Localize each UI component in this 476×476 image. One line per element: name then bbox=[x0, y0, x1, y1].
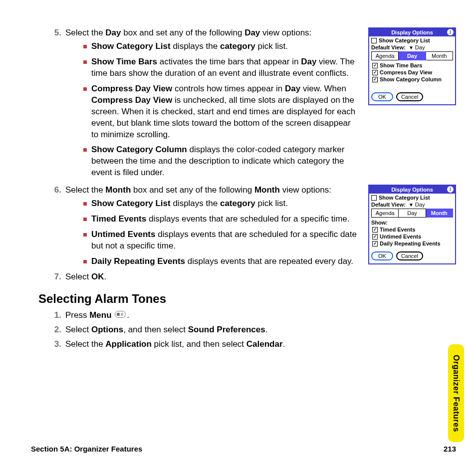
bullet-m-untimed-events: Untimed Events displays events that are … bbox=[83, 229, 359, 252]
step-6: 6. Select the Month box and set any of t… bbox=[47, 185, 359, 267]
display-options-month-dialog: Display Options i Show Category List Def… bbox=[368, 185, 456, 264]
heading-selecting-alarm-tones: Selecting Alarm Tones bbox=[38, 292, 456, 306]
show-category-list-checkbox[interactable] bbox=[371, 195, 377, 201]
bullet-show-category-list: Show Category List displays the category… bbox=[83, 41, 359, 52]
tab-day[interactable]: Day bbox=[399, 51, 426, 60]
cancel-button[interactable]: Cancel bbox=[396, 251, 423, 260]
section-side-tab: Organizer Features bbox=[448, 344, 464, 442]
bullet-compress-day-view: Compress Day View controls how times app… bbox=[83, 83, 359, 141]
bullet-show-category-column: Show Category Column displays the color-… bbox=[83, 144, 359, 179]
tab-month[interactable]: Month bbox=[426, 51, 453, 60]
check-daily-repeating-events[interactable]: ✓ bbox=[372, 241, 378, 246]
cancel-button[interactable]: Cancel bbox=[396, 92, 423, 101]
bullet-show-time-bars: Show Time Bars activates the time bars t… bbox=[83, 56, 359, 79]
step-7-number: 7. bbox=[47, 271, 61, 283]
step-5-number: 5. bbox=[47, 27, 61, 39]
show-label: Show: bbox=[371, 220, 453, 226]
tab-month[interactable]: Month bbox=[426, 209, 453, 218]
info-icon[interactable]: i bbox=[447, 29, 454, 35]
check-compress-day-view[interactable]: ✓ bbox=[372, 70, 378, 75]
check-untimed-events[interactable]: ✓ bbox=[372, 234, 378, 239]
menu-icon bbox=[115, 310, 126, 321]
alarm-step-1: 1. Press Menu . bbox=[47, 310, 456, 321]
tab-agenda[interactable]: Agenda bbox=[371, 209, 399, 218]
step-7: 7. Select OK. bbox=[47, 271, 456, 283]
bullet-m-show-category-list: Show Category List displays the category… bbox=[83, 198, 359, 210]
step-5-text: Select the Day box and set any of the fo… bbox=[65, 28, 311, 37]
ok-button[interactable]: OK bbox=[371, 92, 393, 101]
ok-button[interactable]: OK bbox=[371, 251, 393, 260]
bullet-m-daily-repeating: Daily Repeating Events displays events t… bbox=[83, 256, 359, 267]
bullet-m-timed-events: Timed Events displays events that are sc… bbox=[83, 214, 359, 225]
show-category-list-label: Show Category List bbox=[379, 37, 430, 43]
display-options-day-dialog: Display Options i Show Category List Def… bbox=[368, 27, 456, 105]
check-show-time-bars[interactable]: ✓ bbox=[372, 63, 378, 68]
default-view-label: Default View: bbox=[371, 44, 406, 50]
section-label: Section 5A: Organizer Features bbox=[31, 445, 142, 453]
check-timed-events[interactable]: ✓ bbox=[372, 227, 378, 233]
step-6-number: 6. bbox=[47, 185, 61, 196]
page-number: 213 bbox=[444, 445, 456, 453]
default-view-picker[interactable]: ▼ Day bbox=[408, 202, 425, 208]
step-5: 5. Select the Day box and set any of the… bbox=[47, 27, 359, 179]
default-view-label: Default View: bbox=[371, 202, 406, 208]
alarm-step-2: 2. Select Options, and then select Sound… bbox=[47, 324, 456, 336]
show-category-list-checkbox[interactable] bbox=[371, 38, 377, 43]
dialog-title: Display Options i bbox=[369, 186, 455, 194]
dialog-title: Display Options i bbox=[369, 28, 455, 36]
step-6-text: Select the Month box and set any of the … bbox=[65, 185, 331, 195]
show-category-list-label: Show Category List bbox=[379, 195, 430, 201]
alarm-step-3: 3. Select the Application pick list, and… bbox=[47, 339, 456, 350]
info-icon[interactable]: i bbox=[447, 186, 454, 193]
svg-rect-1 bbox=[117, 313, 120, 316]
default-view-picker[interactable]: ▼ Day bbox=[408, 44, 425, 50]
tab-agenda[interactable]: Agenda bbox=[371, 51, 399, 60]
svg-rect-0 bbox=[115, 311, 126, 317]
page-footer: Section 5A: Organizer Features 213 bbox=[31, 445, 456, 453]
check-show-category-column[interactable]: ✓ bbox=[372, 77, 378, 82]
tab-day[interactable]: Day bbox=[399, 209, 426, 218]
